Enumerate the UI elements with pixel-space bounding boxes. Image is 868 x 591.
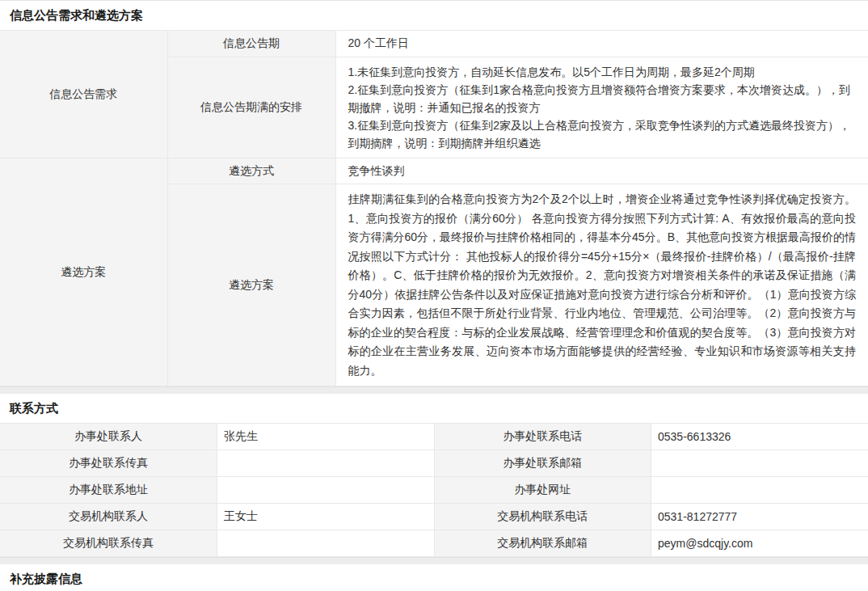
listing-detail-page: 信息公告需求和遴选方案 信息公告需求 信息公告期 20 个工作日 信息公告期满的…: [0, 0, 868, 591]
table-row: 办事处联系传真 办事处联系邮箱: [0, 450, 868, 477]
table-row: 交易机构联系人 王女士 交易机构联系电话 0531-81272777: [0, 504, 868, 530]
label-office-contact-person: 办事处联系人: [0, 424, 217, 450]
value-exchange-contact-fax: [217, 530, 435, 557]
label-office-contact-phone: 办事处联系电话: [434, 424, 651, 450]
section-divider: [0, 386, 868, 394]
value-office-website: [651, 477, 868, 504]
section-announcement: 信息公告需求和遴选方案 信息公告需求 信息公告期 20 个工作日 信息公告期满的…: [0, 1, 868, 386]
table-row: 信息公告需求 信息公告期 20 个工作日: [0, 31, 868, 57]
group-label-selection-plan: 遴选方案: [0, 158, 167, 386]
value-office-contact-email: [651, 450, 868, 477]
value-selection-plan: 挂牌期满征集到的合格意向投资方为2个及2个以上时，增资企业将通过竞争性谈判择优确…: [335, 184, 868, 386]
label-selection-method: 遴选方式: [167, 158, 335, 184]
label-office-contact-address: 办事处联系地址: [0, 477, 217, 504]
announcement-table: 信息公告需求 信息公告期 20 个工作日 信息公告期满的安排 1.未征集到意向投…: [0, 30, 868, 386]
value-announcement-period: 20 个工作日: [335, 31, 868, 57]
section-divider: [0, 557, 868, 564]
value-office-contact-phone: 0535-6613326: [651, 424, 868, 450]
label-exchange-contact-fax: 交易机构联系传真: [0, 530, 217, 557]
value-exchange-contact-phone: 0531-81272777: [651, 504, 868, 530]
label-office-website: 办事处网址: [434, 477, 651, 504]
table-row: 交易机构联系传真 交易机构联系邮箱 peym@sdcqjy.com: [0, 530, 868, 557]
label-selection-plan: 遴选方案: [167, 184, 335, 386]
label-exchange-contact-email: 交易机构联系邮箱: [434, 530, 651, 557]
section-contact-title: 联系方式: [0, 394, 868, 423]
group-label-announcement-need: 信息公告需求: [0, 31, 167, 158]
value-office-contact-address: [217, 477, 435, 504]
value-exchange-contact-email: peym@sdcqjy.com: [651, 530, 868, 557]
contact-table: 办事处联系人 张先生 办事处联系电话 0535-6613326 办事处联系传真 …: [0, 423, 868, 557]
table-row: 办事处联系地址 办事处网址: [0, 477, 868, 504]
label-office-contact-email: 办事处联系邮箱: [434, 450, 651, 477]
label-exchange-contact-person: 交易机构联系人: [0, 504, 217, 530]
label-announcement-period: 信息公告期: [167, 31, 335, 57]
section-contact: 联系方式 办事处联系人 张先生 办事处联系电话 0535-6613326 办事处…: [0, 394, 868, 557]
section-supplement-title: 补充披露信息: [0, 564, 868, 591]
value-office-contact-person: 张先生: [217, 424, 435, 450]
label-office-contact-fax: 办事处联系传真: [0, 450, 217, 477]
table-row: 遴选方案 遴选方式 竞争性谈判: [0, 158, 868, 184]
value-office-contact-fax: [217, 450, 435, 477]
value-expiry-arrangement: 1.未征集到意向投资方，自动延长信息发布。以5个工作日为周期，最多延2个周期 2…: [335, 57, 868, 158]
label-exchange-contact-phone: 交易机构联系电话: [434, 504, 651, 530]
table-row: 办事处联系人 张先生 办事处联系电话 0535-6613326: [0, 424, 868, 450]
value-selection-method: 竞争性谈判: [335, 158, 868, 184]
section-announcement-title: 信息公告需求和遴选方案: [0, 1, 868, 30]
label-expiry-arrangement: 信息公告期满的安排: [167, 57, 335, 158]
section-supplement: 补充披露信息 暂无补充披露信息: [0, 564, 868, 591]
value-exchange-contact-person: 王女士: [217, 504, 435, 530]
